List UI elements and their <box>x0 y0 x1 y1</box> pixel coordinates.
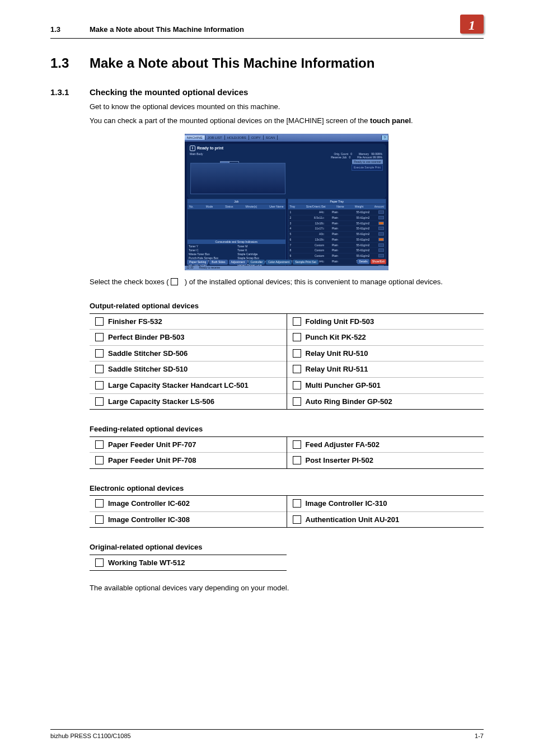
term-touch-panel: touch panel <box>370 116 411 125</box>
device-checkbox[interactable] <box>95 381 104 389</box>
device-cell: Perfect Binder PB-503 <box>90 330 287 346</box>
device-label: Perfect Binder PB-503 <box>108 333 185 341</box>
section-heading-number: 1.3 <box>50 54 90 72</box>
device-checkbox[interactable] <box>293 381 301 389</box>
section-heading-title: Make a Note about This Machine Informati… <box>90 54 374 72</box>
tab-scan: SCAN <box>264 135 278 140</box>
tray-row: 411x17□Plain55-61g/m2 <box>288 226 386 231</box>
header-section-number: 1.3 <box>50 25 90 35</box>
paragraph-1: Get to know the optional devices mounted… <box>90 102 484 112</box>
feeding-devices-title: Feeding-related optional devices <box>90 424 484 434</box>
machine-illustration <box>190 163 285 194</box>
tray-row: 613x19□Plain55-61g/m2 <box>288 237 386 242</box>
device-label: Large Capacity Stacker LS-506 <box>108 397 214 406</box>
device-cell: Folding Unit FD-503 <box>287 313 484 330</box>
screenshot-bottom-buttons: Paper Setting Both Sides Adjustment Cont… <box>187 260 386 265</box>
device-label: Multi Puncher GP-501 <box>306 381 381 389</box>
tray-row: 8CustomPlain55-61g/m2 <box>288 247 386 253</box>
tray-row: 1A4□Plain55-61g/m2 <box>288 209 386 215</box>
device-label: Relay Unit RU-510 <box>306 349 368 358</box>
machine-screen-screenshot: MACHINE JOB LIST HOLD/JOBS COPY SCAN ? R… <box>185 134 388 270</box>
tab-hold-jobs: HOLD/JOBS <box>225 135 249 140</box>
device-checkbox[interactable] <box>95 365 104 373</box>
section-heading: 1.3 Make a Note about This Machine Infor… <box>50 54 484 72</box>
device-label: Finisher FS-532 <box>108 317 162 326</box>
paragraph-2: You can check a part of the mounted opti… <box>90 116 484 126</box>
device-checkbox[interactable] <box>95 317 104 326</box>
device-checkbox[interactable] <box>95 515 104 524</box>
subsection-heading-number: 1.3.1 <box>50 87 90 98</box>
paragraph-2c: . <box>411 116 413 125</box>
main-body-label: Main Body <box>190 152 203 156</box>
device-checkbox[interactable] <box>95 499 104 508</box>
tray-row: 312x18□Plain55-61g/m2 <box>288 220 386 226</box>
chapter-number-badge: 1 <box>460 15 484 34</box>
output-devices-table: Finisher FS-532Folding Unit FD-503Perfec… <box>90 313 484 410</box>
device-checkbox[interactable] <box>95 440 104 449</box>
paragraph-last: The available optional devices vary depe… <box>90 583 484 593</box>
device-checkbox[interactable] <box>95 397 104 406</box>
device-cell: Feed Adjuster FA-502 <box>287 436 484 453</box>
device-checkbox[interactable] <box>293 317 301 326</box>
execute-sample-print-button: Execute Sample Print <box>352 165 383 171</box>
output-devices-title: Output-related optional devices <box>90 301 484 311</box>
device-checkbox[interactable] <box>293 456 301 464</box>
device-cell: Multi Puncher GP-501 <box>287 378 484 394</box>
device-label: Saddle Stitcher SD-506 <box>108 349 188 358</box>
device-cell: Authentication Unit AU-201 <box>287 511 484 528</box>
device-cell: Relay Unit RU-510 <box>287 345 484 361</box>
ready-scanner-button: Ready to use scanner <box>352 159 383 165</box>
checkbox-glyph <box>171 278 178 285</box>
original-devices-table: Working Table WT-512 <box>90 555 287 571</box>
device-checkbox[interactable] <box>293 333 301 341</box>
tab-copy: COPY <box>249 135 264 140</box>
paragraph-2a: You can check a part of the mounted opti… <box>90 116 370 125</box>
footer-left: bizhub PRESS C1100/C1085 <box>50 732 131 740</box>
page-header: 1.3 Make a Note about This Machine Infor… <box>50 17 484 39</box>
device-checkbox[interactable] <box>293 515 301 524</box>
device-checkbox[interactable] <box>95 558 104 567</box>
page-footer: bizhub PRESS C1100/C1085 1-7 <box>50 729 484 740</box>
device-cell: Paper Feeder Unit PF-707 <box>90 436 287 453</box>
screenshot-right-buttons: Details Show/Exit <box>357 259 386 264</box>
header-section-title: Make a Note about This Machine Informati… <box>90 25 453 35</box>
subsection-heading: 1.3.1 Checking the mounted optional devi… <box>50 87 484 98</box>
feeding-devices-table: Paper Feeder Unit PF-707Feed Adjuster FA… <box>90 436 484 469</box>
electronic-devices-table: Image Controller IC-602Image Controller … <box>90 495 484 528</box>
tray-row: 5A3□Plain55-61g/m2 <box>288 231 386 237</box>
device-cell: Image Controller IC-602 <box>90 496 287 512</box>
paragraph-3: Select the check boxes ( ) of the instal… <box>90 277 484 287</box>
device-checkbox[interactable] <box>293 365 301 373</box>
original-devices-title: Original-related optional devices <box>90 542 484 552</box>
tray-row: 28.5x11□Plain55-61g/m2 <box>288 215 386 220</box>
device-checkbox[interactable] <box>95 333 104 341</box>
device-checkbox[interactable] <box>293 349 301 358</box>
paragraph-3a: Select the check boxes ( <box>90 278 171 286</box>
device-checkbox[interactable] <box>293 440 301 449</box>
device-cell: Large Capacity Stacker Handcart LC-501 <box>90 378 287 394</box>
device-label: Relay Unit RU-511 <box>306 365 368 373</box>
device-label: Paper Feeder Unit PF-708 <box>108 456 196 464</box>
device-checkbox[interactable] <box>293 397 301 406</box>
device-label: Working Table WT-512 <box>108 558 185 567</box>
device-cell: Post Inserter PI-502 <box>287 453 484 469</box>
device-cell: Paper Feeder Unit PF-708 <box>90 453 287 469</box>
screenshot-status-bar: 12:30 Ready to receive <box>185 266 388 270</box>
device-cell: Finisher FS-532 <box>90 313 287 330</box>
electronic-devices-title: Electronic optional devices <box>90 483 484 494</box>
device-label: Authentication Unit AU-201 <box>306 515 400 524</box>
device-cell: Image Controller IC-310 <box>287 496 484 512</box>
device-cell: Relay Unit RU-511 <box>287 361 484 378</box>
tray-row: 9CustomPlain55-61g/m2 <box>288 253 386 259</box>
device-checkbox[interactable] <box>293 499 301 508</box>
device-label: Auto Ring Binder GP-502 <box>306 397 392 406</box>
device-cell: Working Table WT-512 <box>90 555 287 571</box>
device-label: Punch Kit PK-522 <box>306 333 366 341</box>
screenshot-tabs: MACHINE JOB LIST HOLD/JOBS COPY SCAN ? <box>185 134 388 142</box>
device-label: Post Inserter PI-502 <box>306 456 373 464</box>
device-label: Image Controller IC-602 <box>108 499 190 508</box>
device-checkbox[interactable] <box>95 349 104 358</box>
tab-job-list: JOB LIST <box>205 135 225 140</box>
device-checkbox[interactable] <box>95 456 104 464</box>
device-cell: Auto Ring Binder GP-502 <box>287 393 484 410</box>
